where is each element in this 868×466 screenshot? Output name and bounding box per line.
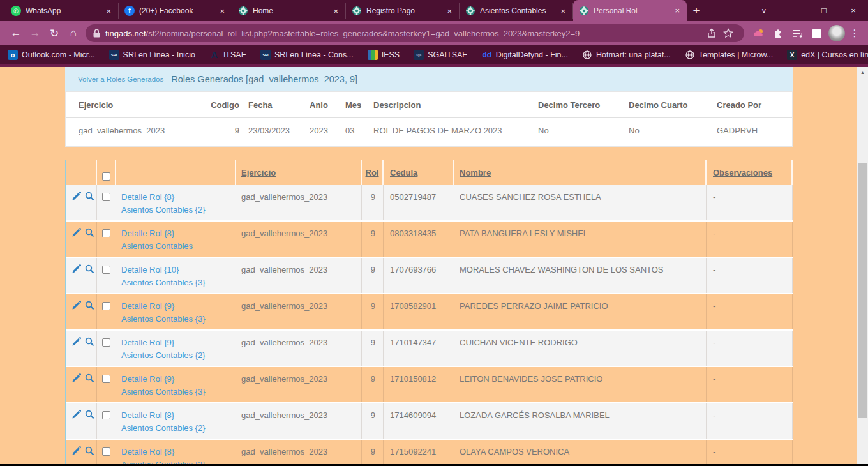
forward-icon[interactable]: → (26, 27, 45, 40)
maximize-button[interactable]: □ (809, 0, 839, 21)
detalle-rol-link[interactable]: Detalle Rol {8} (121, 446, 230, 458)
browser-tab[interactable]: Registro Pago × (346, 3, 460, 19)
row-checkbox[interactable] (102, 229, 110, 237)
asientos-contables-link[interactable]: Asientos Contables {2} (121, 422, 230, 435)
row-nombre: CUICHAN VICENTE RODRIGO (454, 331, 707, 366)
view-magnifier-icon[interactable] (85, 301, 94, 310)
asientos-contables-link[interactable]: Asientos Contables {2} (121, 349, 230, 362)
profile-avatar[interactable] (828, 25, 845, 41)
asientos-contables-link[interactable]: Asientos Contables {3} (121, 276, 230, 289)
browser-tab[interactable]: WhatsApp × (5, 3, 119, 19)
tab-close-icon[interactable]: × (559, 6, 567, 16)
grid-row: Detalle Rol {8} Asientos Contables {2} g… (66, 403, 793, 440)
grid-header-rol[interactable]: Rol (366, 168, 379, 177)
scrollbar-thumb[interactable] (858, 163, 867, 418)
detalle-rol-link[interactable]: Detalle Rol {8} (121, 409, 230, 422)
playlist-extension-icon[interactable] (788, 29, 807, 38)
master-anio: 2023 (308, 126, 345, 135)
view-magnifier-icon[interactable] (85, 264, 94, 274)
asientos-contables-link[interactable]: Asientos Contables {3} (121, 386, 230, 398)
detalle-rol-link[interactable]: Detalle Rol {8} (121, 191, 230, 204)
tab-close-icon[interactable]: × (218, 6, 226, 16)
tab-search-icon[interactable]: ∨ (748, 6, 780, 15)
grid-header-cedula[interactable]: Cedula (390, 168, 417, 177)
view-magnifier-icon[interactable] (85, 373, 94, 383)
bookmark-item[interactable]: ITSAE (209, 50, 246, 60)
extensions-puzzle-icon[interactable] (768, 28, 788, 39)
row-checkbox[interactable] (102, 338, 110, 347)
grid-header-observaciones[interactable]: Observaciones (713, 168, 772, 177)
page-viewport: Volver a Roles Generados Roles Generados… (0, 67, 868, 466)
bookmark-item[interactable]: IESS (368, 50, 400, 60)
browser-tab[interactable]: Home × (232, 3, 346, 19)
asientos-contables-link[interactable]: Asientos Contables {3} (121, 313, 230, 326)
bookmark-item[interactable]: Templates | Microw... (685, 50, 773, 60)
bookmark-item[interactable]: edX | Cursos en líne... (787, 50, 868, 60)
vertical-scrollbar[interactable]: ▲ (857, 67, 868, 466)
back-icon[interactable]: ← (6, 27, 26, 40)
grid-header-checkbox-cell (97, 160, 116, 185)
share-icon[interactable] (703, 28, 720, 38)
browser-tab[interactable]: (20+) Facebook × (119, 3, 232, 19)
site-favicon-icon (238, 6, 248, 16)
url-bar[interactable]: fingads.net/sf2/nomina/personal_rol_list… (86, 24, 744, 42)
edit-pencil-icon[interactable] (71, 337, 81, 347)
detalle-rol-link[interactable]: Detalle Rol {10} (121, 264, 230, 276)
minimize-button[interactable]: — (780, 0, 809, 21)
bookmark-item[interactable]: DigitalDefynd - Fin... (482, 50, 568, 60)
back-to-roles-link[interactable]: Volver a Roles Generados (78, 75, 163, 83)
master-ejercicio: gad_vallehermos_2023 (79, 126, 206, 135)
view-magnifier-icon[interactable] (85, 410, 94, 419)
asientos-contables-link[interactable]: Asientos Contables {2} (121, 204, 230, 216)
tab-close-icon[interactable]: × (445, 6, 453, 16)
edit-pencil-icon[interactable] (71, 446, 81, 456)
row-checkbox[interactable] (102, 193, 110, 201)
bookmark-star-icon[interactable] (720, 28, 737, 38)
close-window-button[interactable]: × (839, 0, 868, 21)
row-checkbox[interactable] (102, 447, 110, 456)
edit-pencil-icon[interactable] (71, 373, 81, 383)
row-checkbox[interactable] (102, 302, 110, 310)
edit-pencil-icon[interactable] (71, 228, 81, 237)
row-checkbox[interactable] (102, 375, 110, 383)
view-magnifier-icon[interactable] (85, 192, 94, 201)
browser-tab[interactable]: Personal Rol × (573, 0, 687, 21)
edit-pencil-icon[interactable] (71, 264, 81, 274)
tab-close-icon[interactable]: × (105, 6, 112, 16)
grid-header-nombre[interactable]: Nombre (460, 168, 491, 177)
bookmark-item[interactable]: Hotmart: una plataf... (582, 50, 671, 60)
home-icon[interactable]: ⌂ (64, 27, 83, 40)
detalle-rol-link[interactable]: Detalle Rol {9} (121, 373, 230, 386)
row-checkbox[interactable] (102, 266, 110, 274)
detalle-rol-link[interactable]: Detalle Rol {9} (121, 300, 230, 313)
bookmark-item[interactable]: SRI en Línea - Inicio (109, 50, 195, 60)
bookmarks-bar: Outlook.com - Micr... SRI en Línea - Ini… (0, 45, 868, 64)
detalle-rol-link[interactable]: Detalle Rol {9} (121, 336, 230, 349)
edit-pencil-icon[interactable] (71, 301, 81, 310)
tab-close-icon[interactable]: × (332, 6, 340, 16)
row-checkbox[interactable] (102, 411, 110, 419)
detalle-rol-link[interactable]: Detalle Rol {8} (121, 227, 230, 240)
bookmark-item[interactable]: Outlook.com - Micr... (8, 50, 95, 60)
view-magnifier-icon[interactable] (85, 337, 94, 347)
browser-tab[interactable]: Asientos Contables × (460, 3, 573, 19)
row-actions (66, 222, 97, 257)
weather-extension-icon[interactable] (749, 28, 768, 38)
view-magnifier-icon[interactable] (85, 446, 94, 456)
scroll-up-arrow-icon[interactable]: ▲ (857, 67, 868, 77)
master-header-codigo: Codigo (206, 100, 239, 110)
view-magnifier-icon[interactable] (85, 228, 94, 237)
select-all-checkbox[interactable] (102, 172, 110, 181)
reload-icon[interactable]: ↻ (45, 27, 64, 40)
asientos-contables-link[interactable]: Asientos Contables (121, 240, 230, 253)
edit-pencil-icon[interactable] (71, 410, 81, 419)
sidebar-extension-icon[interactable] (807, 29, 826, 38)
grid-header-ejercicio[interactable]: Ejercicio (241, 168, 276, 177)
browser-window: WhatsApp × (20+) Facebook × (0, 0, 868, 466)
new-tab-button[interactable]: + (687, 2, 706, 20)
tab-close-icon[interactable]: × (673, 6, 681, 15)
bookmark-item[interactable]: SGAITSAE (414, 50, 468, 60)
bookmark-item[interactable]: SRI en Línea - Cons... (260, 50, 354, 60)
browser-menu-icon[interactable]: ⋮ (848, 27, 862, 39)
edit-pencil-icon[interactable] (71, 192, 81, 201)
